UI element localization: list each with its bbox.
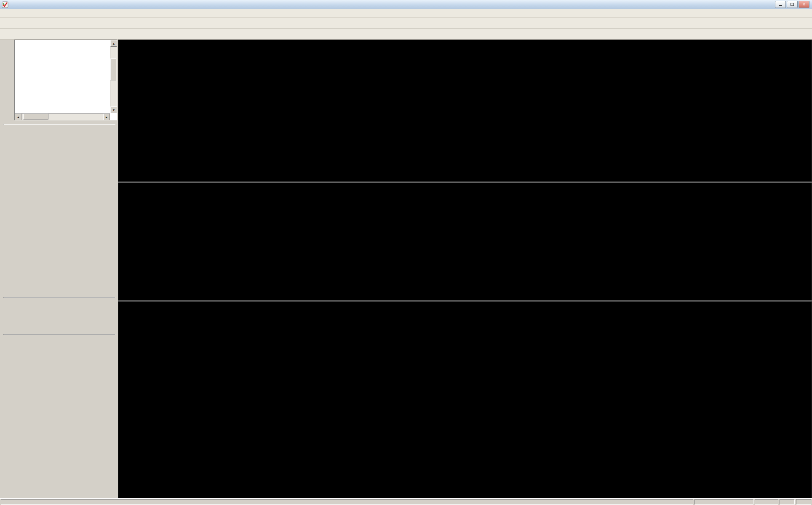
maximize-button[interactable]: [787, 1, 798, 8]
tree-hscroll-track[interactable]: [21, 114, 103, 120]
scroll-down-icon[interactable]: ▼: [110, 106, 117, 113]
status-num-indicator: [755, 499, 778, 505]
plan-view: [118, 183, 812, 300]
scroll-right-icon[interactable]: ►: [103, 114, 110, 120]
tree-hscroll-thumb[interactable]: [23, 114, 48, 120]
profile-view: [118, 40, 812, 182]
tree-vscroll-thumb[interactable]: [110, 58, 116, 80]
cursor-info-panel: [3, 334, 115, 335]
status-pane-2: [780, 499, 795, 505]
main-area: ▲ ▼ ◄ ►: [0, 40, 812, 498]
profile-canvas[interactable]: [118, 40, 245, 103]
status-help-text: [1, 499, 693, 505]
plan-canvas[interactable]: [118, 183, 245, 246]
maximize-icon: [791, 3, 794, 6]
scroll-left-icon[interactable]: ◄: [15, 114, 21, 120]
close-button[interactable]: ×: [799, 1, 809, 8]
close-icon: ×: [803, 2, 805, 7]
status-bar: [0, 498, 812, 505]
tree-vscroll-track[interactable]: [110, 47, 117, 106]
project-tree: ▲ ▼ ◄ ►: [14, 40, 117, 120]
tree-vertical-scrollbar[interactable]: ▲ ▼: [110, 40, 117, 113]
views-area: [118, 40, 812, 498]
minimize-icon: [779, 3, 782, 6]
title-bar[interactable]: ×: [0, 0, 812, 9]
left-panel: ▲ ▼ ◄ ►: [0, 40, 118, 498]
status-pane-3: [796, 499, 811, 505]
tree-horizontal-scrollbar[interactable]: ◄ ►: [15, 113, 110, 120]
swath-view: [118, 301, 812, 498]
minimize-button[interactable]: [775, 1, 786, 8]
status-pane-1: [694, 499, 753, 505]
general-info-panel: [3, 297, 115, 298]
validator-window: × ▲ ▼ ◄ ►: [0, 0, 812, 40]
swath-canvas[interactable]: [118, 302, 245, 365]
menu-bar: [0, 9, 812, 18]
secondary-toolbar: [0, 29, 812, 40]
app-icon: [2, 1, 8, 8]
project-tree-rows: [15, 40, 110, 113]
main-toolbar: [0, 18, 812, 29]
scroll-up-icon[interactable]: ▲: [110, 40, 117, 47]
point-info-panel: [3, 124, 115, 125]
